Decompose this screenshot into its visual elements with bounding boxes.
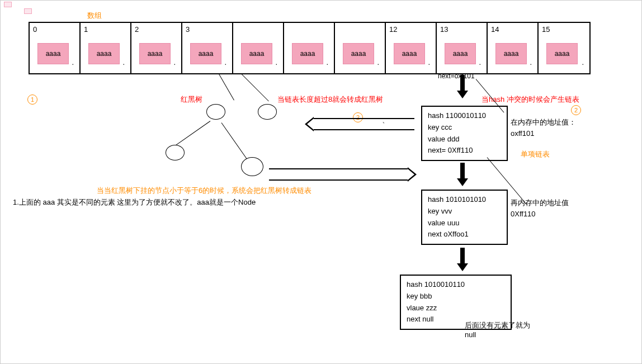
array-cell: 1aaaa. [81, 23, 131, 73]
node-value: vlaue zzz [407, 302, 505, 314]
array-cell: 3aaaa. [182, 23, 233, 73]
array-cell: 14aaaa. [488, 23, 539, 73]
array-row: 0aaaa. 1aaaa. 2aaaa. 3aaaa. aaaa. aaaa. … [29, 22, 591, 74]
address-1: 在内存中的地址值： oxff101 [511, 117, 576, 139]
linked-node-2: hash 1010101010 key vvv value uuu next o… [421, 190, 508, 245]
next-pointer-label: next=oxf101 [438, 72, 475, 80]
node-box: aaaa [292, 43, 323, 64]
bottom-note: 1.上面的 aaa 其实是不同的元素 这里为了方便就不改了。aaa就是一个Nod… [13, 197, 256, 207]
tree-to-list-note: 当当红黑树下挂的节点小于等于6的时候，系统会把红黑树转成链表 [97, 186, 311, 196]
tree-edge [219, 73, 234, 100]
node-value: value uuu [428, 218, 501, 229]
node-box: aaaa [37, 43, 69, 64]
tree-edge [241, 73, 269, 101]
tree-node [241, 157, 263, 176]
tree-node [166, 145, 185, 160]
mark-1: 1 [27, 94, 37, 105]
node-box: aaaa [190, 43, 221, 64]
arrow-right [269, 168, 408, 181]
redblack-label: 红黑树 [181, 94, 202, 105]
address-2: 再内存中的地址值 0Xff110 [511, 197, 569, 219]
array-cell: 15aaaa. [539, 23, 589, 73]
node-key: key vvv [428, 206, 501, 218]
singly-linked-label: 单项链表 [521, 149, 550, 160]
tree-node [206, 104, 225, 120]
mark-2b: 2 [571, 105, 581, 115]
node-box: aaaa [343, 43, 374, 64]
tree-edge [173, 121, 210, 147]
tree-note: 当链表长度超过8就会转成红黑树 [277, 94, 389, 105]
tree-node [258, 104, 277, 120]
node-box: aaaa [546, 43, 578, 64]
null-note: 后面没有元素了就为null [465, 320, 540, 339]
node-box: aaaa [88, 43, 120, 64]
arrow-left [314, 118, 414, 130]
array-cell: 13aaaa. [437, 23, 488, 73]
array-cell: aaaa. [335, 23, 386, 73]
node-box: aaaa [445, 43, 476, 64]
array-cell: 0aaaa. [30, 23, 81, 73]
node-box: aaaa [495, 43, 527, 64]
linked-node-1: hash 1100010110 key ccc value ddd next= … [421, 106, 508, 161]
node-key: key bbb [407, 291, 505, 302]
array-title: 数组 [87, 11, 102, 21]
node-next: next oXffoo1 [428, 229, 501, 240]
node-box: aaaa [394, 43, 425, 64]
arrow-down [457, 248, 468, 271]
node-value: value ddd [428, 134, 501, 145]
node-hash: hash 1010010110 [407, 279, 505, 291]
selection-handle [24, 8, 32, 14]
node-hash: hash 1100010110 [428, 110, 501, 122]
array-cell: aaaa. [233, 23, 284, 73]
node-hash: hash 1010101010 [428, 194, 501, 206]
arrow-down [457, 75, 468, 98]
array-cell: aaaa. [284, 23, 335, 73]
node-next: next= 0Xff110 [428, 145, 501, 157]
node-key: key ccc [428, 122, 501, 134]
array-cell: 12aaaa. [386, 23, 437, 73]
selection-handle [4, 2, 12, 7]
array-cell: 2aaaa. [131, 23, 182, 73]
arrow-down [457, 163, 468, 186]
node-box: aaaa [139, 43, 171, 64]
node-box: aaaa [241, 43, 272, 64]
tree-edge [221, 122, 248, 159]
